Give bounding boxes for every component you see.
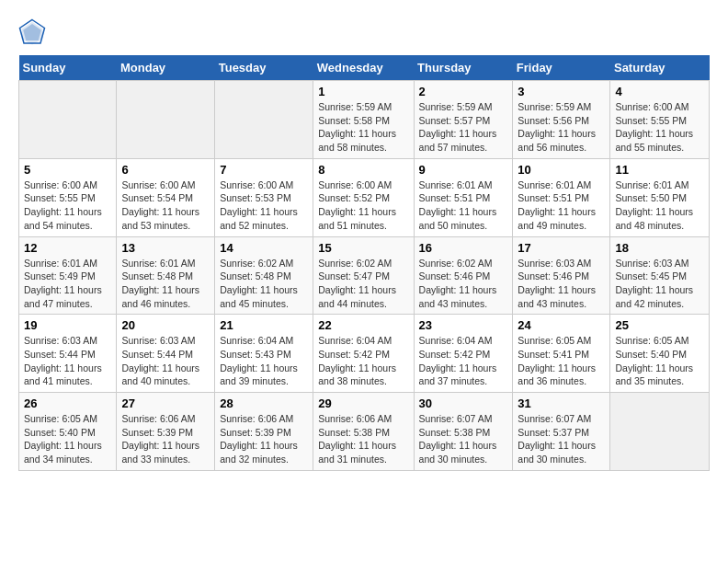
day-number: 9 — [419, 163, 508, 177]
day-number: 2 — [419, 85, 508, 98]
day-number: 31 — [518, 396, 605, 410]
calendar-cell: 3 Sunrise: 5:59 AMSunset: 5:56 PMDayligh… — [513, 81, 610, 159]
day-info: Sunrise: 6:03 AMSunset: 5:44 PMDaylight:… — [121, 335, 199, 386]
weekday-friday: Friday — [513, 55, 610, 81]
day-number: 14 — [220, 241, 308, 255]
calendar-cell: 22 Sunrise: 6:04 AMSunset: 5:42 PMDaylig… — [313, 315, 414, 393]
day-info: Sunrise: 6:04 AMSunset: 5:42 PMDaylight:… — [419, 335, 497, 386]
day-number: 3 — [518, 85, 605, 98]
calendar-cell: 18 Sunrise: 6:03 AMSunset: 5:45 PMDaylig… — [610, 236, 710, 315]
day-info: Sunrise: 6:05 AMSunset: 5:41 PMDaylight:… — [518, 335, 596, 386]
weekday-thursday: Thursday — [414, 55, 513, 81]
day-number: 18 — [615, 241, 704, 255]
calendar-cell: 12 Sunrise: 6:01 AMSunset: 5:49 PMDaylig… — [19, 236, 117, 315]
day-info: Sunrise: 6:05 AMSunset: 5:40 PMDaylight:… — [24, 413, 102, 465]
calendar-cell: 5 Sunrise: 6:00 AMSunset: 5:55 PMDayligh… — [19, 158, 117, 236]
weekday-header-row: SundayMondayTuesdayWednesdayThursdayFrid… — [19, 55, 710, 81]
calendar-cell: 30 Sunrise: 6:07 AMSunset: 5:38 PMDaylig… — [414, 393, 513, 471]
calendar-cell: 6 Sunrise: 6:00 AMSunset: 5:54 PMDayligh… — [117, 158, 215, 236]
day-number: 23 — [419, 318, 508, 332]
day-info: Sunrise: 6:02 AMSunset: 5:48 PMDaylight:… — [220, 258, 298, 309]
calendar-cell: 14 Sunrise: 6:02 AMSunset: 5:48 PMDaylig… — [215, 236, 313, 315]
day-number: 22 — [318, 318, 408, 332]
day-info: Sunrise: 6:03 AMSunset: 5:45 PMDaylight:… — [615, 258, 693, 309]
day-info: Sunrise: 6:00 AMSunset: 5:55 PMDaylight:… — [615, 101, 693, 153]
day-info: Sunrise: 6:07 AMSunset: 5:37 PMDaylight:… — [518, 413, 596, 465]
day-info: Sunrise: 6:07 AMSunset: 5:38 PMDaylight:… — [419, 413, 497, 465]
day-number: 11 — [615, 163, 704, 177]
day-info: Sunrise: 6:00 AMSunset: 5:55 PMDaylight:… — [24, 179, 102, 231]
weekday-saturday: Saturday — [610, 55, 710, 81]
weekday-monday: Monday — [117, 55, 215, 81]
calendar-cell: 8 Sunrise: 6:00 AMSunset: 5:52 PMDayligh… — [313, 158, 414, 236]
calendar-body: 1 Sunrise: 5:59 AMSunset: 5:58 PMDayligh… — [19, 81, 710, 471]
day-info: Sunrise: 6:02 AMSunset: 5:47 PMDaylight:… — [318, 258, 396, 309]
calendar-cell: 16 Sunrise: 6:02 AMSunset: 5:46 PMDaylig… — [414, 236, 513, 315]
calendar-cell: 2 Sunrise: 5:59 AMSunset: 5:57 PMDayligh… — [414, 81, 513, 159]
day-number: 29 — [318, 396, 408, 410]
day-number: 6 — [121, 163, 210, 177]
day-info: Sunrise: 6:01 AMSunset: 5:51 PMDaylight:… — [518, 179, 596, 231]
logo — [18, 18, 50, 46]
day-info: Sunrise: 6:01 AMSunset: 5:51 PMDaylight:… — [419, 179, 497, 231]
day-info: Sunrise: 6:00 AMSunset: 5:52 PMDaylight:… — [318, 179, 396, 231]
day-number: 15 — [318, 241, 408, 255]
day-info: Sunrise: 6:04 AMSunset: 5:42 PMDaylight:… — [318, 335, 396, 386]
day-info: Sunrise: 6:05 AMSunset: 5:40 PMDaylight:… — [615, 335, 693, 386]
calendar-week-3: 12 Sunrise: 6:01 AMSunset: 5:49 PMDaylig… — [19, 236, 710, 315]
calendar-cell: 9 Sunrise: 6:01 AMSunset: 5:51 PMDayligh… — [414, 158, 513, 236]
day-info: Sunrise: 6:06 AMSunset: 5:38 PMDaylight:… — [318, 413, 396, 465]
day-number: 20 — [121, 318, 210, 332]
day-number: 19 — [24, 318, 111, 332]
calendar-cell — [610, 393, 710, 471]
day-number: 24 — [518, 318, 605, 332]
weekday-wednesday: Wednesday — [313, 55, 414, 81]
day-number: 12 — [24, 241, 111, 255]
day-number: 16 — [419, 241, 508, 255]
day-number: 13 — [121, 241, 210, 255]
day-info: Sunrise: 6:01 AMSunset: 5:48 PMDaylight:… — [121, 258, 199, 309]
calendar-cell: 29 Sunrise: 6:06 AMSunset: 5:38 PMDaylig… — [313, 393, 414, 471]
day-info: Sunrise: 6:03 AMSunset: 5:46 PMDaylight:… — [518, 258, 596, 309]
calendar-cell: 21 Sunrise: 6:04 AMSunset: 5:43 PMDaylig… — [215, 315, 313, 393]
logo-icon — [18, 18, 46, 46]
day-number: 7 — [220, 163, 308, 177]
calendar-cell — [215, 81, 313, 159]
calendar-week-4: 19 Sunrise: 6:03 AMSunset: 5:44 PMDaylig… — [19, 315, 710, 393]
day-number: 1 — [318, 85, 408, 98]
day-number: 5 — [24, 163, 111, 177]
calendar-cell: 15 Sunrise: 6:02 AMSunset: 5:47 PMDaylig… — [313, 236, 414, 315]
day-info: Sunrise: 5:59 AMSunset: 5:57 PMDaylight:… — [419, 101, 497, 153]
calendar-cell: 26 Sunrise: 6:05 AMSunset: 5:40 PMDaylig… — [19, 393, 117, 471]
calendar-cell — [19, 81, 117, 159]
calendar-cell: 28 Sunrise: 6:06 AMSunset: 5:39 PMDaylig… — [215, 393, 313, 471]
day-info: Sunrise: 6:03 AMSunset: 5:44 PMDaylight:… — [24, 335, 102, 386]
day-number: 28 — [220, 396, 308, 410]
day-info: Sunrise: 5:59 AMSunset: 5:58 PMDaylight:… — [318, 101, 396, 153]
calendar-cell: 17 Sunrise: 6:03 AMSunset: 5:46 PMDaylig… — [513, 236, 610, 315]
calendar-cell: 31 Sunrise: 6:07 AMSunset: 5:37 PMDaylig… — [513, 393, 610, 471]
day-info: Sunrise: 5:59 AMSunset: 5:56 PMDaylight:… — [518, 101, 596, 153]
day-info: Sunrise: 6:01 AMSunset: 5:49 PMDaylight:… — [24, 258, 102, 309]
calendar-cell — [117, 81, 215, 159]
calendar-cell: 11 Sunrise: 6:01 AMSunset: 5:50 PMDaylig… — [610, 158, 710, 236]
calendar-cell: 24 Sunrise: 6:05 AMSunset: 5:41 PMDaylig… — [513, 315, 610, 393]
calendar-table: SundayMondayTuesdayWednesdayThursdayFrid… — [18, 55, 710, 471]
day-info: Sunrise: 6:04 AMSunset: 5:43 PMDaylight:… — [220, 335, 298, 386]
day-number: 4 — [615, 85, 704, 98]
day-number: 17 — [518, 241, 605, 255]
day-info: Sunrise: 6:02 AMSunset: 5:46 PMDaylight:… — [419, 258, 497, 309]
calendar-week-1: 1 Sunrise: 5:59 AMSunset: 5:58 PMDayligh… — [19, 81, 710, 159]
weekday-tuesday: Tuesday — [215, 55, 313, 81]
day-number: 27 — [121, 396, 210, 410]
day-info: Sunrise: 6:01 AMSunset: 5:50 PMDaylight:… — [615, 179, 693, 231]
calendar-cell: 13 Sunrise: 6:01 AMSunset: 5:48 PMDaylig… — [117, 236, 215, 315]
day-number: 26 — [24, 396, 111, 410]
calendar-week-5: 26 Sunrise: 6:05 AMSunset: 5:40 PMDaylig… — [19, 393, 710, 471]
calendar-cell: 1 Sunrise: 5:59 AMSunset: 5:58 PMDayligh… — [313, 81, 414, 159]
day-number: 10 — [518, 163, 605, 177]
calendar-cell: 25 Sunrise: 6:05 AMSunset: 5:40 PMDaylig… — [610, 315, 710, 393]
calendar-cell: 23 Sunrise: 6:04 AMSunset: 5:42 PMDaylig… — [414, 315, 513, 393]
calendar-cell: 10 Sunrise: 6:01 AMSunset: 5:51 PMDaylig… — [513, 158, 610, 236]
calendar-cell: 4 Sunrise: 6:00 AMSunset: 5:55 PMDayligh… — [610, 81, 710, 159]
